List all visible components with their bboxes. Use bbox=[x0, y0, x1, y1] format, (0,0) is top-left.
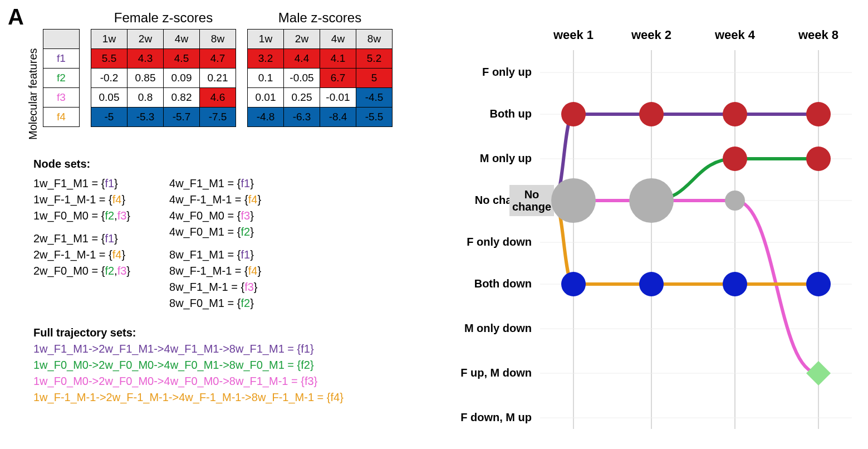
node-set-line: 1w_F0_M0 = {f2,f3} bbox=[33, 208, 130, 224]
feature-ref: f3 bbox=[117, 265, 127, 277]
zscore-cell: -5 bbox=[91, 108, 127, 127]
x-axis-label: week 8 bbox=[798, 28, 838, 42]
feature-column: f1 f2 f3 f4 bbox=[43, 10, 80, 127]
zscore-cell: 3.2 bbox=[248, 49, 284, 69]
zscore-cell: -0.05 bbox=[284, 69, 320, 88]
chart-node bbox=[561, 272, 586, 296]
male-table-block: Male z-scores 1w2w4w8w3.24.44.15.20.1-0.… bbox=[247, 10, 393, 127]
zscore-cell: 0.09 bbox=[164, 69, 200, 88]
zscore-cell: 0.21 bbox=[200, 69, 236, 88]
col-header: 1w bbox=[91, 30, 127, 49]
row-axis-label: Molecular features bbox=[27, 47, 40, 141]
zscore-cell: 0.25 bbox=[284, 88, 320, 108]
y-axis-label: F only up bbox=[482, 66, 532, 78]
node-sets-title: Node sets: bbox=[33, 158, 90, 170]
node-set-line: 4w_F0_M1 = {f2} bbox=[169, 224, 261, 240]
col-header: 1w bbox=[248, 30, 284, 49]
y-axis-label: Both up bbox=[489, 108, 532, 120]
node-set-line: 8w_F-1_M-1 = {f4} bbox=[169, 263, 261, 279]
zscore-cell: 4.1 bbox=[320, 49, 356, 69]
full-traj-title: Full trajectory sets: bbox=[33, 326, 136, 339]
feature-ref: f3 bbox=[241, 209, 250, 222]
zscore-cell: -6.3 bbox=[284, 108, 320, 127]
panel-label: A bbox=[8, 4, 24, 30]
node-set-line: 8w_F0_M1 = {f2} bbox=[169, 295, 261, 311]
chart-node bbox=[806, 147, 831, 171]
chart-node bbox=[806, 272, 831, 296]
male-table: 1w2w4w8w3.24.44.15.20.1-0.056.750.010.25… bbox=[247, 29, 393, 127]
x-axis-label: week 2 bbox=[631, 28, 671, 42]
trajectory-chart: week 1week 2week 4week 8F only upBoth up… bbox=[445, 17, 857, 440]
col-header: 8w bbox=[200, 30, 236, 49]
feature-table: f1 f2 f3 f4 bbox=[43, 29, 80, 127]
col-header: 4w bbox=[320, 30, 356, 49]
y-axis-label: F only down bbox=[467, 236, 532, 248]
node-set-line: 2w_F-1_M-1 = {f4} bbox=[33, 247, 130, 263]
trajectory-line: 1w_F0_M0->2w_F0_M0->4w_F0_M0->8w_F1_M-1 … bbox=[33, 373, 434, 389]
x-axis-label: week 1 bbox=[553, 28, 594, 42]
zscore-cell: 5.5 bbox=[91, 49, 127, 69]
zscore-cell: 0.82 bbox=[164, 88, 200, 108]
trajectory-line: 1w_F0_M0->2w_F0_M0->4w_F0_M1->8w_F0_M1 =… bbox=[33, 357, 434, 373]
node-trajectory-text: Node sets: 1w_F1_M1 = {f1}1w_F-1_M-1 = {… bbox=[33, 156, 434, 406]
zscore-cell: 5 bbox=[356, 69, 393, 88]
trajectory-path-f3 bbox=[554, 201, 818, 373]
feature-ref: f1 bbox=[241, 177, 250, 189]
zscore-cell: 4.5 bbox=[164, 49, 200, 69]
chart-node bbox=[723, 102, 747, 126]
feature-ref: f4 bbox=[112, 248, 122, 261]
zscore-cell: -4.8 bbox=[248, 108, 284, 127]
feature-ref: f4 bbox=[112, 193, 122, 206]
node-set-line: 1w_F1_M1 = {f1} bbox=[33, 175, 130, 192]
zscore-cell: -0.2 bbox=[91, 69, 127, 88]
feature-ref: f4 bbox=[248, 265, 258, 277]
zscore-cell: 0.01 bbox=[248, 88, 284, 108]
female-table-block: Female z-scores 1w2w4w8w5.54.34.54.7-0.2… bbox=[91, 10, 236, 127]
feature-f3: f3 bbox=[43, 88, 80, 108]
node-set-line: 8w_F1_M1 = {f1} bbox=[169, 247, 261, 263]
chart-node bbox=[561, 102, 586, 126]
full-traj-lines: 1w_F1_M1->2w_F1_M1->4w_F1_M1->8w_F1_M1 =… bbox=[33, 341, 434, 406]
y-axis-label: M only down bbox=[464, 322, 532, 334]
zscore-cell: -4.5 bbox=[356, 88, 393, 108]
zscore-cell: 6.7 bbox=[320, 69, 356, 88]
chart-node bbox=[639, 102, 664, 126]
y-axis-label: F up, M down bbox=[460, 367, 532, 379]
chart-node bbox=[639, 272, 664, 296]
trajectory-line: 1w_F1_M1->2w_F1_M1->4w_F1_M1->8w_F1_M1 =… bbox=[33, 341, 434, 357]
y-axis-label: Both down bbox=[474, 277, 532, 290]
node-set-line: 2w_F1_M1 = {f1} bbox=[33, 231, 130, 247]
chart-node bbox=[806, 361, 831, 385]
col-header: 8w bbox=[356, 30, 393, 49]
feature-ref: f3 bbox=[244, 281, 254, 293]
node-sets-left: 1w_F1_M1 = {f1}1w_F-1_M-1 = {f4}1w_F0_M0… bbox=[33, 175, 130, 311]
y-axis-label: F down, M up bbox=[460, 411, 532, 423]
node-set-line: 4w_F0_M0 = {f3} bbox=[169, 208, 261, 224]
node-set-line: 4w_F1_M1 = {f1} bbox=[169, 175, 261, 192]
zscore-cell: 4.7 bbox=[200, 49, 236, 69]
zscore-cell: 0.85 bbox=[127, 69, 164, 88]
feature-f1: f1 bbox=[43, 49, 80, 69]
chart-node bbox=[725, 191, 745, 211]
feature-f4: f4 bbox=[43, 108, 80, 127]
zscore-cell: 0.05 bbox=[91, 88, 127, 108]
col-header: 2w bbox=[127, 30, 164, 49]
zscore-cell: 4.6 bbox=[200, 88, 236, 108]
blank-header bbox=[43, 30, 80, 49]
zscore-cell: -8.4 bbox=[320, 108, 356, 127]
feature-ref: f2 bbox=[241, 226, 250, 238]
feature-ref: f1 bbox=[105, 177, 114, 189]
node-set-line: 8w_F1_M-1 = {f3} bbox=[169, 279, 261, 295]
spacer bbox=[60, 10, 63, 27]
chart-node bbox=[551, 178, 596, 223]
male-title: Male z-scores bbox=[278, 10, 361, 27]
zscore-cell: 4.4 bbox=[284, 49, 320, 69]
chart-node bbox=[723, 272, 747, 296]
zscore-cell: -5.3 bbox=[127, 108, 164, 127]
zscore-tables: Molecular features f1 f2 f3 f4 Female z-… bbox=[27, 10, 404, 141]
feature-ref: f1 bbox=[105, 232, 114, 245]
zscore-cell: -0.01 bbox=[320, 88, 356, 108]
feature-ref: f1 bbox=[241, 248, 250, 261]
node-set-line: 1w_F-1_M-1 = {f4} bbox=[33, 192, 130, 208]
zscore-cell: 0.1 bbox=[248, 69, 284, 88]
